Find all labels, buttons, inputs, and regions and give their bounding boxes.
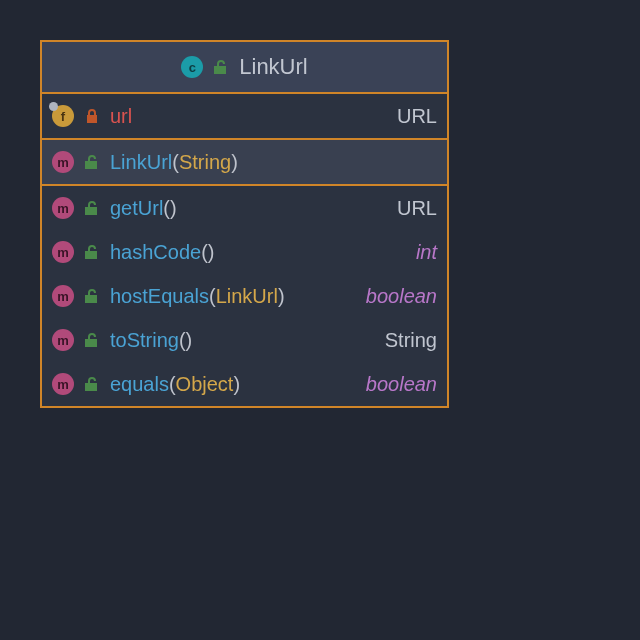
constructor-row: mLinkUrl(String) (42, 140, 447, 184)
methods-section: mgetUrl()URLmhashCode()intmhostEquals(Li… (42, 184, 447, 406)
method-icon: m (52, 373, 74, 395)
fields-section: furlURL (42, 94, 447, 138)
method-row: mequals(Object)boolean (42, 362, 447, 406)
member-signature: url (110, 105, 132, 128)
member-signature: equals(Object) (110, 373, 240, 396)
public-lock-icon (84, 376, 100, 392)
method-icon: m (52, 241, 74, 263)
private-lock-icon (84, 108, 100, 124)
field-icon: f (52, 105, 74, 127)
class-header: c LinkUrl (42, 42, 447, 94)
method-icon: m (52, 329, 74, 351)
public-lock-icon (84, 288, 100, 304)
member-signature: hashCode() (110, 241, 215, 264)
return-type: String (385, 329, 437, 352)
member-signature: toString() (110, 329, 192, 352)
uml-class-box: c LinkUrl furlURL mLinkUrl(String) mgetU… (40, 40, 449, 408)
method-icon: m (52, 151, 74, 173)
method-icon: m (52, 197, 74, 219)
return-type: int (416, 241, 437, 264)
public-lock-icon (84, 200, 100, 216)
constructors-section: mLinkUrl(String) (42, 138, 447, 184)
class-icon: c (181, 56, 203, 78)
method-row: mtoString()String (42, 318, 447, 362)
return-type: URL (397, 197, 437, 220)
public-lock-icon (84, 244, 100, 260)
member-signature: getUrl() (110, 197, 177, 220)
member-signature: hostEquals(LinkUrl) (110, 285, 285, 308)
method-row: mgetUrl()URL (42, 186, 447, 230)
method-row: mhostEquals(LinkUrl)boolean (42, 274, 447, 318)
return-type: URL (397, 105, 437, 128)
field-row: furlURL (42, 94, 447, 138)
return-type: boolean (366, 285, 437, 308)
method-row: mhashCode()int (42, 230, 447, 274)
method-icon: m (52, 285, 74, 307)
class-name: LinkUrl (239, 54, 307, 80)
public-lock-icon (213, 59, 229, 75)
public-lock-icon (84, 332, 100, 348)
return-type: boolean (366, 373, 437, 396)
member-signature: LinkUrl(String) (110, 151, 238, 174)
public-lock-icon (84, 154, 100, 170)
